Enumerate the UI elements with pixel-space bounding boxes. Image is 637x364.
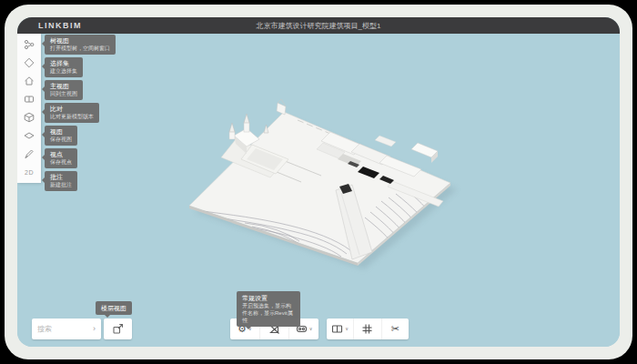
sidebar-item-annotation[interactable] <box>17 145 41 163</box>
home-view-icon <box>24 76 35 86</box>
app-window: LINKBIM 北京市建筑设计研究院建筑项目_模型1 <box>17 17 620 347</box>
viewport-split-icon <box>331 323 343 335</box>
saved-views-icon <box>24 112 35 123</box>
tooltip-home-view: 主视图 回到主视图 <box>45 80 83 100</box>
sidebar-item-2d-mode[interactable]: 2D <box>17 163 41 181</box>
floor-views-tooltip: 楼层视图 <box>96 301 132 315</box>
selection-set-icon <box>24 57 35 68</box>
sidebar-item-home-view[interactable] <box>17 72 41 90</box>
viewport-layout-button[interactable]: ∨ <box>327 318 353 339</box>
viewpoint-icon <box>24 130 35 141</box>
tooltip-viewpoint: 视点 保存视点 <box>45 148 77 168</box>
project-title: 北京市建筑设计研究院建筑项目_模型1 <box>17 21 620 31</box>
model-tree-icon <box>24 39 35 50</box>
sidebar-item-saved-views[interactable] <box>17 108 41 126</box>
section-cut-button[interactable]: ✂ <box>381 318 409 339</box>
sidebar-item-viewpoint[interactable] <box>17 126 41 145</box>
tooltip-saved-views: 视图 保存视图 <box>45 126 77 146</box>
search-box: › <box>32 318 101 339</box>
grid-axis-button[interactable] <box>353 318 380 339</box>
search-input[interactable] <box>37 325 93 333</box>
tool-sidebar: 2D <box>17 34 41 183</box>
tooltip-annotation: 批注 新建批注 <box>45 171 77 191</box>
tooltip-model-tree: 树视图 打开模型树，空间树窗口 <box>45 35 116 55</box>
sidebar-item-selection-set[interactable] <box>17 54 41 72</box>
floor-views-button[interactable] <box>104 318 132 339</box>
scissors-icon: ✂ <box>391 324 399 334</box>
annotation-icon <box>24 148 35 159</box>
mode-2d-label: 2D <box>25 169 34 176</box>
general-settings-tooltip: 常规设置 开启预选集，显示构件名称，显示Revit属性 <box>237 291 300 327</box>
grid-icon <box>361 323 373 335</box>
settings-tooltip-desc: 开启预选集，显示构件名称，显示Revit属性 <box>242 302 295 324</box>
settings-tooltip-title: 常规设置 <box>242 294 295 302</box>
sidebar-item-model-tree[interactable] <box>17 35 41 54</box>
sidebar-item-compare[interactable] <box>17 90 41 108</box>
tooltip-selection-set: 选择集 建立选择集 <box>45 57 83 77</box>
chevron-down-icon: ∨ <box>345 327 349 331</box>
device-frame: LINKBIM 北京市建筑设计研究院建筑项目_模型1 <box>5 5 632 359</box>
search-submit-chevron[interactable]: › <box>93 325 96 333</box>
compare-icon <box>24 94 35 105</box>
display-toolbar: ∨ ✂ <box>327 318 409 339</box>
floor-views-icon <box>112 323 124 335</box>
sidebar-tooltips: 树视图 打开模型树，空间树窗口 选择集 建立选择集 主视图 回到主视图 比对 比… <box>45 35 116 191</box>
tooltip-compare: 比对 比对更新模型版本 <box>45 103 99 123</box>
chevron-down-icon: ∨ <box>309 327 313 331</box>
top-bar: LINKBIM 北京市建筑设计研究院建筑项目_模型1 <box>17 17 620 34</box>
